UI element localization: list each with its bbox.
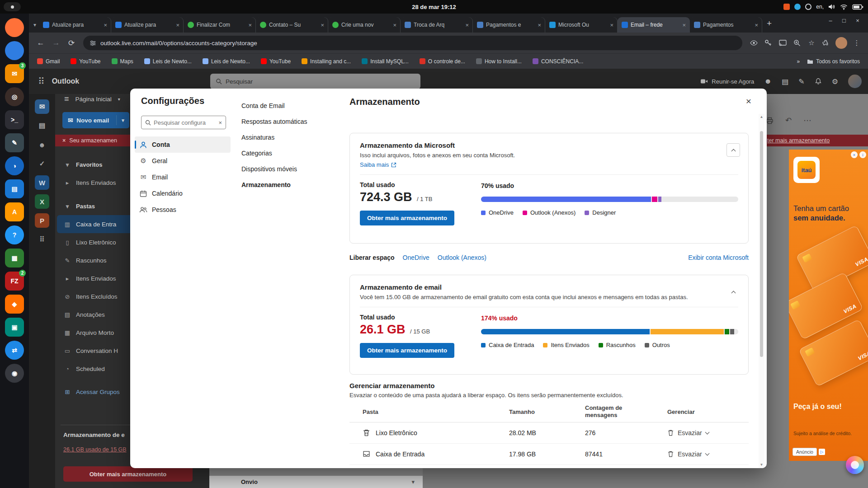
dock-item-photo[interactable]: ◑ — [5, 156, 24, 175]
dock-item-terminal[interactable]: >_ — [5, 110, 24, 129]
get-more-storage-button[interactable]: Obter mais armazenamento — [360, 343, 454, 358]
dock-item-editor[interactable]: ✎ — [5, 133, 24, 152]
minimize-button[interactable]: – — [824, 17, 837, 24]
new-email-dropdown-icon[interactable]: ▾ — [117, 117, 129, 123]
rail-people-icon[interactable]: ☻ — [35, 137, 49, 152]
preview-eye-icon[interactable] — [747, 36, 760, 50]
notes-icon[interactable]: ✎ — [798, 77, 804, 86]
bookmark-item[interactable]: YouTube — [71, 58, 100, 65]
outlook-avatar[interactable] — [848, 75, 862, 88]
tab-search-icon[interactable]: ▾ — [33, 22, 36, 28]
more-bookmarks-icon[interactable]: » — [797, 58, 800, 65]
sync-tray-icon[interactable] — [805, 4, 811, 10]
dock-item-dark[interactable]: ◉ — [5, 364, 24, 383]
browser-tab[interactable]: Pagamentos e× — [473, 17, 545, 33]
view-microsoft-account-link[interactable]: Exibir conta Microsoft — [688, 254, 749, 261]
bookmark-item[interactable]: YouTube — [261, 58, 291, 65]
browser-tab-active[interactable]: Email – frede× — [618, 17, 690, 33]
banner-link-right[interactable]: ter mais armazenamento — [767, 135, 830, 146]
dock-item-calc[interactable]: ▦ — [5, 249, 24, 267]
settings-nav-geral[interactable]: ⚙Geral — [135, 153, 231, 169]
collapse-card-button[interactable] — [726, 143, 740, 157]
new-email-button[interactable]: ✉Novo email ▾ — [62, 112, 129, 128]
dock-item-sync[interactable]: ⇄ — [5, 341, 24, 360]
browser-tab[interactable]: Atualize para× — [39, 17, 111, 33]
ad-panel[interactable]: × i itaú Tenha um cartão sem anuidade. V… — [789, 150, 868, 461]
adchoices-icon[interactable]: ▷ — [819, 449, 825, 455]
bookmark-item[interactable]: Installing and c... — [302, 58, 351, 65]
calendar-mini-icon[interactable]: ▤ — [782, 77, 788, 86]
app-launcher-waffle-icon[interactable]: ⠿ — [38, 76, 45, 87]
hamburger-icon[interactable]: ≡ — [64, 94, 69, 104]
rail-mail-icon[interactable]: ✉ — [35, 99, 49, 114]
bookmark-item[interactable]: How to Install... — [476, 58, 522, 65]
zoom-icon[interactable] — [790, 36, 804, 50]
tab-close-icon[interactable]: × — [465, 22, 469, 28]
dock-item-chromium[interactable] — [5, 41, 24, 60]
keyboard-layout[interactable]: en, — [816, 4, 824, 10]
print-icon[interactable] — [766, 117, 774, 124]
tab-close-icon[interactable]: × — [104, 22, 107, 28]
rail-powerpoint-icon[interactable]: P — [35, 213, 49, 228]
volume-icon[interactable] — [828, 4, 835, 10]
scroll-down-icon[interactable]: ▼ — [760, 462, 764, 468]
row-dropdown-icon[interactable]: ▾ — [411, 479, 415, 485]
dialog-scrollbar[interactable]: ▲ ▼ — [759, 114, 764, 468]
settings-nav-pessoas[interactable]: Pessoas — [135, 202, 231, 218]
settings-search-box[interactable]: × — [141, 116, 226, 129]
browser-profile-avatar[interactable] — [835, 37, 847, 49]
wifi-icon[interactable] — [840, 4, 848, 10]
browser-tab[interactable]: Contato – Su× — [256, 17, 328, 33]
system-clock[interactable]: 28 de mar 19:12 — [0, 4, 868, 10]
collapse-card-button[interactable] — [726, 285, 740, 299]
maximize-button[interactable]: □ — [837, 17, 851, 24]
dock-item-firefox[interactable] — [5, 18, 24, 37]
subnav-item[interactable]: Categorias — [240, 145, 335, 161]
battery-icon[interactable] — [852, 4, 863, 10]
get-more-storage-button[interactable]: Obter mais armazenamento — [360, 211, 454, 225]
browser-tab[interactable]: Troca de Arq× — [401, 17, 473, 33]
get-more-storage-button-sidebar[interactable]: Obter mais armazenamento — [63, 466, 193, 482]
settings-nav-email[interactable]: ✉Email — [135, 169, 231, 185]
bookmark-star-icon[interactable]: ☆ — [805, 36, 818, 50]
rail-calendar-icon[interactable]: ▤ — [35, 118, 49, 133]
dock-item-help[interactable]: ? — [5, 225, 24, 244]
message-list-row[interactable]: Onvio ▾ — [209, 476, 423, 488]
tab-close-icon[interactable]: × — [755, 22, 758, 28]
scrollbar-thumb[interactable] — [760, 131, 763, 357]
address-bar[interactable]: outlook.live.com/mail/0/options/accounts… — [83, 36, 742, 50]
site-info-icon[interactable] — [90, 40, 96, 47]
dock-item-reader[interactable]: ▤ — [5, 179, 24, 198]
bookmark-item[interactable]: Install MySQL... — [362, 58, 409, 65]
subnav-item[interactable]: Assinaturas — [240, 129, 335, 145]
subnav-item[interactable]: Conta de Email — [240, 98, 335, 113]
dialog-close-button[interactable]: × — [741, 94, 756, 108]
undo-icon[interactable]: ↶ — [785, 116, 792, 125]
back-button[interactable]: ← — [33, 36, 48, 50]
rail-word-icon[interactable]: W — [35, 175, 49, 190]
bell-icon[interactable] — [815, 78, 822, 85]
tab-close-icon[interactable]: × — [538, 22, 541, 28]
learn-more-link[interactable]: Saiba mais — [360, 161, 738, 168]
tab-close-icon[interactable]: × — [682, 22, 686, 28]
empty-folder-button[interactable]: Esvaziar — [667, 450, 749, 458]
recorder-tray-icon[interactable] — [783, 4, 790, 10]
reload-button[interactable]: ⟳ — [64, 36, 79, 50]
outlook-attachments-link[interactable]: Outlook (Anexos) — [438, 254, 486, 261]
dock-item-diamond[interactable]: ◆ — [5, 295, 24, 314]
close-window-button[interactable]: × — [851, 17, 864, 24]
tab-close-icon[interactable]: × — [321, 22, 324, 28]
teams-icon[interactable]: ☻ — [764, 77, 772, 85]
rail-more-apps-icon[interactable]: ⠿ — [35, 232, 49, 247]
settings-nav-conta[interactable]: Conta — [135, 136, 231, 153]
bookmark-item[interactable]: Leis de Newto... — [144, 58, 192, 65]
bookmark-item[interactable]: Gmail — [37, 58, 60, 65]
bookmark-item[interactable]: O controle de... — [420, 58, 465, 65]
bookmark-item[interactable]: Leis de Newto... — [203, 58, 250, 65]
browser-tab[interactable]: Atualize para× — [111, 17, 184, 33]
meet-now-button[interactable]: Reunir-se Agora — [700, 78, 754, 85]
rail-excel-icon[interactable]: X — [35, 194, 49, 209]
settings-gear-icon[interactable]: ⚙ — [832, 77, 838, 86]
dock-item-filezilla[interactable]: FZ2 — [5, 272, 24, 291]
scroll-up-icon[interactable]: ▲ — [760, 114, 764, 120]
